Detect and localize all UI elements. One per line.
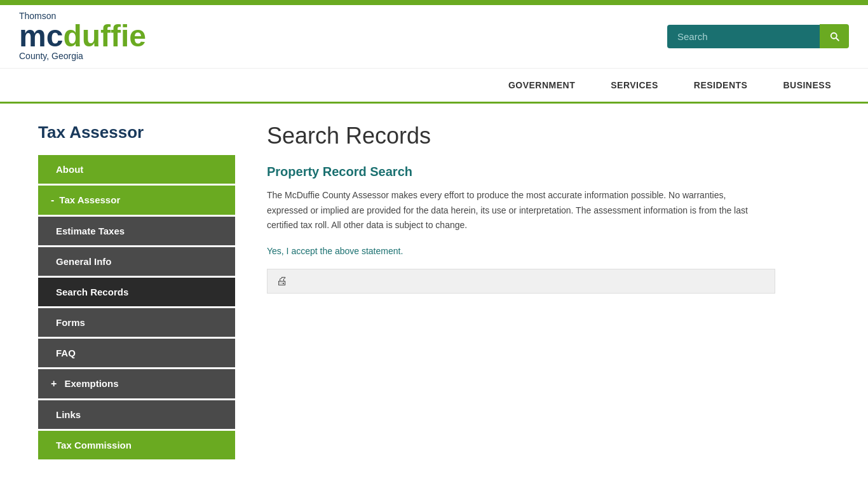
- logo-mc: mc: [19, 19, 63, 53]
- top-bar: [0, 0, 868, 5]
- sidebar-label-general: General Info: [56, 256, 112, 267]
- search-button[interactable]: [820, 24, 849, 48]
- sidebar-item-forms[interactable]: Forms: [38, 308, 235, 337]
- sidebar-label-exemptions: Exemptions: [65, 378, 119, 389]
- nav-residents[interactable]: RESIDENTS: [676, 69, 766, 102]
- content-wrapper: Tax Assessor About - Tax Assessor Estima…: [0, 104, 868, 487]
- sidebar-label-links: Links: [56, 409, 81, 420]
- sidebar: Tax Assessor About - Tax Assessor Estima…: [38, 123, 235, 461]
- page-title: Search Records: [267, 123, 836, 149]
- header: Thomson mcduffie County, Georgia: [0, 5, 868, 69]
- sidebar-item-about[interactable]: About: [38, 155, 235, 184]
- nav-business[interactable]: BUSINESS: [765, 69, 849, 102]
- sidebar-item-general-info[interactable]: General Info: [38, 247, 235, 276]
- logo-name: mcduffie: [19, 21, 146, 51]
- sidebar-label-commission: Tax Commission: [56, 440, 132, 451]
- search-icon: [829, 30, 840, 42]
- nav-services[interactable]: SERVICES: [593, 69, 676, 102]
- search-input[interactable]: [667, 25, 820, 48]
- main-content: Search Records Property Record Search Th…: [254, 123, 849, 461]
- print-bar: 🖨: [267, 269, 775, 294]
- nav-government[interactable]: GOVERNMENT: [491, 69, 593, 102]
- main-nav: GOVERNMENT SERVICES RESIDENTS BUSINESS: [0, 69, 868, 104]
- sidebar-label-faq: FAQ: [56, 348, 76, 358]
- logo-duffie: duffie: [63, 19, 146, 53]
- sidebar-item-estimate-taxes[interactable]: Estimate Taxes: [38, 217, 235, 245]
- sidebar-item-links[interactable]: Links: [38, 400, 235, 429]
- sidebar-item-exemptions[interactable]: + Exemptions: [38, 369, 235, 398]
- sidebar-prefix-exemptions: +: [51, 378, 57, 390]
- sidebar-label-forms: Forms: [56, 317, 85, 328]
- sidebar-label-estimate: Estimate Taxes: [56, 226, 125, 236]
- logo-county: County, Georgia: [19, 51, 146, 61]
- search-area: [667, 24, 849, 48]
- sidebar-label-tax-assessor: Tax Assessor: [59, 194, 120, 205]
- disclaimer-text: The McDuffie County Assessor makes every…: [267, 188, 763, 233]
- sidebar-item-search-records[interactable]: Search Records: [38, 278, 235, 306]
- sidebar-item-faq[interactable]: FAQ: [38, 339, 235, 367]
- print-icon[interactable]: 🖨: [276, 274, 288, 288]
- sidebar-title: Tax Assessor: [38, 123, 235, 142]
- sidebar-prefix-tax-assessor: -: [51, 194, 54, 206]
- sidebar-item-tax-commission[interactable]: Tax Commission: [38, 431, 235, 459]
- sidebar-label-search: Search Records: [56, 287, 128, 297]
- sidebar-label-about: About: [56, 164, 83, 175]
- sidebar-nav: About - Tax Assessor Estimate Taxes Gene…: [38, 155, 235, 461]
- property-search-heading[interactable]: Property Record Search: [267, 165, 836, 179]
- accept-link[interactable]: Yes, I accept the above statement.: [267, 246, 836, 256]
- logo: Thomson mcduffie County, Georgia: [19, 11, 146, 62]
- sidebar-item-tax-assessor[interactable]: - Tax Assessor: [38, 186, 235, 215]
